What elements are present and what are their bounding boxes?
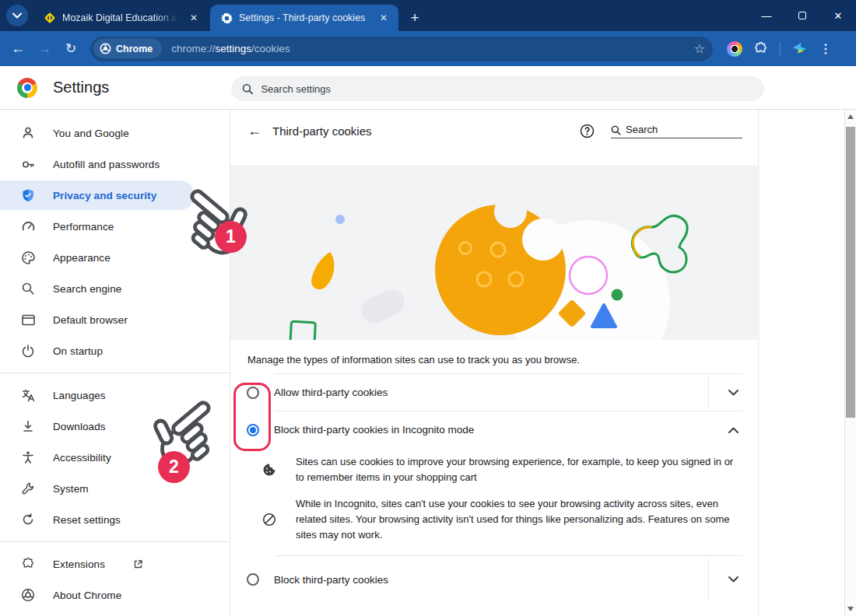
tab-title: Mozaik Digital Education and Le bbox=[62, 12, 181, 23]
lens-extension-icon[interactable] bbox=[727, 41, 742, 57]
chrome-badge-label: Chrome bbox=[116, 44, 153, 54]
sidebar-item-default-browser[interactable]: Default browser bbox=[0, 304, 230, 335]
sidebar-item-accessibility[interactable]: Accessibility bbox=[0, 442, 230, 473]
minimize-button[interactable]: — bbox=[749, 0, 784, 31]
expand-button[interactable] bbox=[708, 559, 758, 600]
window-controls: — ✕ bbox=[749, 0, 856, 31]
scrollbar-thumb[interactable] bbox=[846, 127, 855, 418]
subpage-title: Third-party cookies bbox=[272, 124, 577, 138]
bookmark-star-icon[interactable]: ☆ bbox=[694, 41, 705, 56]
puzzle-icon bbox=[20, 556, 36, 572]
sidebar-item-system[interactable]: System bbox=[0, 473, 230, 504]
sidebar-item-languages[interactable]: Languages bbox=[0, 380, 230, 411]
scrollbar-up-arrow[interactable] bbox=[847, 114, 854, 119]
tab-settings[interactable]: Settings - Third-party cookies ✕ bbox=[210, 5, 398, 31]
sidebar-item-label: System bbox=[53, 483, 89, 495]
shield-icon bbox=[20, 187, 36, 203]
sidebar: You and Google Autofill and passwords Pr… bbox=[0, 110, 230, 616]
settings-search-box[interactable] bbox=[231, 76, 764, 101]
tab-close-icon[interactable]: ✕ bbox=[377, 11, 391, 25]
tab-title: Settings - Third-party cookies bbox=[239, 12, 370, 23]
third-party-cookies-panel: ← Third-party cookies bbox=[230, 110, 759, 616]
chrome-logo-white-icon bbox=[100, 43, 111, 54]
detail-text: While in Incognito, sites can't use your… bbox=[296, 496, 739, 543]
option-label: Block third-party cookies in Incognito m… bbox=[274, 424, 708, 436]
tab-close-icon[interactable]: ✕ bbox=[187, 11, 201, 25]
sidebar-item-extensions[interactable]: Extensions bbox=[0, 548, 230, 579]
sidebar-item-downloads[interactable]: Downloads bbox=[0, 411, 230, 442]
sidebar-item-on-startup[interactable]: On startup bbox=[0, 335, 230, 366]
cookie-icon bbox=[261, 463, 277, 477]
sidebar-item-you-and-google[interactable]: You and Google bbox=[0, 117, 230, 149]
address-bar[interactable]: Chrome chrome://settings/cookies ☆ bbox=[90, 37, 713, 61]
radio-selected[interactable] bbox=[247, 424, 259, 436]
sidebar-item-reset-settings[interactable]: Reset settings bbox=[0, 504, 230, 535]
sidebar-item-appearance[interactable]: Appearance bbox=[0, 242, 230, 273]
help-icon bbox=[580, 124, 595, 138]
collapse-button[interactable] bbox=[708, 411, 758, 448]
help-button[interactable] bbox=[577, 121, 597, 142]
subpage-search-input[interactable] bbox=[626, 124, 742, 135]
mozaik-favicon-icon bbox=[44, 12, 56, 24]
search-icon bbox=[242, 83, 253, 95]
sidebar-item-label: Extensions bbox=[53, 558, 105, 570]
browser-toolbar: ← → ↻ Chrome chrome://settings/cookies ☆ bbox=[0, 31, 856, 66]
back-button[interactable]: ← bbox=[5, 36, 31, 62]
settings-header: Settings bbox=[0, 66, 856, 110]
settings-search-input[interactable] bbox=[261, 83, 753, 95]
subpage-search-box[interactable] bbox=[611, 124, 742, 138]
scrollbar-down-arrow[interactable] bbox=[847, 607, 854, 611]
sidebar-item-label: Downloads bbox=[53, 421, 106, 432]
detail-item-incognito: While in Incognito, sites can't use your… bbox=[261, 496, 739, 543]
download-icon bbox=[20, 418, 36, 434]
extensions-puzzle-icon[interactable] bbox=[753, 41, 769, 57]
key-icon bbox=[20, 156, 36, 172]
settings-title: Settings bbox=[53, 79, 109, 96]
sidebar-item-label: Autofill and passwords bbox=[53, 159, 160, 170]
page-body: You and Google Autofill and passwords Pr… bbox=[0, 110, 856, 616]
sidebar-item-search-engine[interactable]: Search engine bbox=[0, 273, 230, 304]
sidebar-item-performance[interactable]: Performance bbox=[0, 211, 230, 242]
reload-button[interactable]: ↻ bbox=[58, 36, 84, 62]
maximize-button[interactable] bbox=[784, 0, 820, 31]
browser-menu-icon[interactable]: ⋮ bbox=[819, 41, 832, 56]
browser-window-icon bbox=[20, 312, 36, 327]
subpage-header: ← Third-party cookies bbox=[230, 110, 758, 152]
radio-unselected[interactable] bbox=[247, 387, 259, 399]
option-details: Sites can use cookies to improve your br… bbox=[230, 448, 758, 555]
sidebar-item-label: On startup bbox=[53, 345, 103, 357]
toolbar-separator bbox=[780, 42, 781, 56]
profile-avatar[interactable] bbox=[791, 41, 809, 57]
sidebar-item-label: About Chrome bbox=[53, 590, 121, 601]
palette-icon bbox=[20, 250, 36, 265]
close-button[interactable]: ✕ bbox=[820, 0, 856, 31]
sidebar-item-autofill[interactable]: Autofill and passwords bbox=[0, 149, 230, 180]
forward-button[interactable]: → bbox=[31, 36, 58, 62]
option-block-third-party-incognito[interactable]: Block third-party cookies in Incognito m… bbox=[230, 411, 758, 448]
subpage-back-button[interactable]: ← bbox=[243, 120, 266, 143]
option-allow-third-party-cookies[interactable]: Allow third-party cookies bbox=[230, 374, 758, 411]
detail-item-cookies: Sites can use cookies to improve your br… bbox=[261, 454, 739, 485]
cookies-illustration bbox=[230, 165, 760, 340]
sidebar-item-label: Reset settings bbox=[53, 514, 121, 526]
chevron-down-icon bbox=[728, 390, 738, 396]
radio-unselected[interactable] bbox=[247, 573, 259, 586]
search-icon bbox=[611, 125, 621, 135]
titlebar: Mozaik Digital Education and Le ✕ Settin… bbox=[0, 0, 856, 31]
sidebar-item-about-chrome[interactable]: About Chrome bbox=[0, 579, 230, 611]
vertical-scrollbar[interactable] bbox=[844, 110, 856, 616]
tab-mozaik[interactable]: Mozaik Digital Education and Le ✕ bbox=[33, 5, 209, 31]
option-label: Block third-party cookies bbox=[274, 574, 708, 586]
sidebar-item-label: Appearance bbox=[53, 252, 111, 264]
sidebar-item-privacy-and-security[interactable]: Privacy and security bbox=[0, 180, 230, 211]
tab-search-button[interactable] bbox=[6, 5, 28, 26]
chevron-down-icon bbox=[12, 12, 22, 19]
expand-button[interactable] bbox=[708, 377, 758, 408]
option-block-third-party-cookies[interactable]: Block third-party cookies bbox=[230, 556, 758, 603]
chrome-outline-icon bbox=[20, 587, 36, 603]
chrome-badge: Chrome bbox=[93, 39, 162, 58]
intro-text: Manage the types of information sites ca… bbox=[230, 340, 758, 373]
chrome-logo-icon bbox=[17, 78, 37, 98]
new-tab-button[interactable]: + bbox=[405, 8, 425, 28]
external-link-icon bbox=[133, 559, 143, 569]
